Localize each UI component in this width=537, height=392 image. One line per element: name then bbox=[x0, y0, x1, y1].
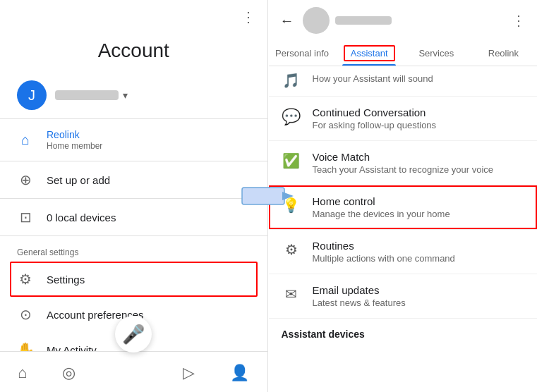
add-icon: ⊕ bbox=[17, 171, 34, 188]
conversation-icon: 💬 bbox=[282, 108, 301, 126]
right-item-email-text: Email updates Latest news & features bbox=[313, 284, 406, 308]
tab-services[interactable]: Services bbox=[403, 41, 470, 66]
voice-match-icon: ✅ bbox=[282, 152, 301, 169]
bottom-user-icon[interactable]: 👤 bbox=[230, 364, 249, 382]
setup-text: Set up or add bbox=[47, 174, 110, 186]
settings-gear-icon: ⚙ bbox=[17, 271, 34, 288]
right-content: 🎵 How your Assistant will sound 💬 Contin… bbox=[269, 66, 538, 392]
routines-icon: ⚙ bbox=[282, 241, 301, 258]
setup-nav-item[interactable]: ⊕ Set up or add bbox=[0, 161, 267, 199]
right-item-email-updates[interactable]: ✉ Email updates Latest news & features bbox=[269, 274, 538, 319]
settings-label: Settings bbox=[47, 274, 85, 286]
sound-icon: 🎵 bbox=[282, 72, 301, 89]
right-item-conversation[interactable]: 💬 Continued Conversation For asking foll… bbox=[269, 97, 538, 141]
tab-reolink[interactable]: Reolink bbox=[470, 41, 537, 66]
right-header-left: ← bbox=[280, 7, 392, 34]
right-item-conversation-text: Continued Conversation For asking follow… bbox=[313, 106, 437, 130]
bottom-play-icon[interactable]: ▷ bbox=[183, 364, 195, 382]
bottom-compass-icon[interactable]: ◎ bbox=[62, 364, 76, 382]
assistant-devices-title: Assistant devices bbox=[269, 319, 538, 344]
chevron-down-icon: ▾ bbox=[123, 90, 128, 101]
local-devices-text: 0 local devices bbox=[47, 212, 116, 223]
reolink-text: Reolink Home member bbox=[47, 129, 102, 151]
mic-icon: 🎤 bbox=[122, 324, 145, 345]
bottom-home-icon[interactable]: ⌂ bbox=[18, 364, 27, 382]
right-more-icon[interactable]: ⋮ bbox=[512, 12, 526, 29]
right-item-routines-text: Routines Multiple actions with one comma… bbox=[313, 240, 455, 264]
tabs-row: Personal info Assistant Services Reolink bbox=[269, 41, 538, 66]
tab-assistant[interactable]: Assistant bbox=[336, 41, 403, 66]
bottom-nav: ⌂ ◎ ▷ 👤 bbox=[0, 351, 267, 392]
tab-personal-info[interactable]: Personal info bbox=[269, 41, 336, 66]
user-row[interactable]: J ▾ bbox=[0, 75, 267, 119]
arrow-container bbox=[268, 0, 269, 392]
settings-item[interactable]: ⚙ Settings bbox=[0, 262, 267, 297]
right-item-home-control-text: Home control Manage the devices in your … bbox=[313, 195, 450, 219]
right-user-name bbox=[335, 16, 392, 25]
right-item-sound-text: How your Assistant will sound bbox=[313, 72, 433, 84]
left-header: ⋮ bbox=[0, 0, 267, 25]
email-icon: ✉ bbox=[282, 286, 301, 302]
local-devices-nav-item[interactable]: ⊡ 0 local devices bbox=[0, 199, 267, 236]
tab-assistant-label: Assistant bbox=[344, 45, 395, 61]
account-prefs-icon: ⊙ bbox=[17, 306, 34, 323]
left-more-icon[interactable]: ⋮ bbox=[241, 8, 256, 25]
page-title: Account bbox=[0, 25, 267, 75]
right-item-voice-match[interactable]: ✅ Voice Match Teach your Assistant to re… bbox=[269, 141, 538, 185]
svg-rect-1 bbox=[242, 188, 284, 204]
reolink-nav-item[interactable]: ⌂ Reolink Home member bbox=[0, 119, 267, 161]
home-icon: ⌂ bbox=[17, 132, 34, 148]
right-item-routines[interactable]: ⚙ Routines Multiple actions with one com… bbox=[269, 230, 538, 274]
right-panel: ← ⋮ Personal info Assistant Services Reo… bbox=[269, 0, 538, 392]
right-item-home-control[interactable]: 💡 Home control Manage the devices in you… bbox=[269, 185, 538, 230]
left-panel: ⋮ Account J ▾ ⌂ Reolink Home member ⊕ Se… bbox=[0, 0, 268, 392]
right-avatar bbox=[303, 7, 330, 34]
avatar: J bbox=[17, 80, 47, 110]
mic-fab[interactable]: 🎤 bbox=[115, 316, 152, 353]
right-item-sound[interactable]: 🎵 How your Assistant will sound bbox=[269, 66, 538, 97]
user-name-blur bbox=[55, 90, 119, 100]
arrow-svg bbox=[241, 182, 295, 210]
devices-icon: ⊡ bbox=[17, 209, 34, 226]
general-settings-title: General settings bbox=[0, 236, 267, 262]
right-header: ← ⋮ bbox=[269, 0, 538, 41]
right-item-voice-match-text: Voice Match Teach your Assistant to reco… bbox=[313, 151, 494, 175]
back-button[interactable]: ← bbox=[280, 13, 294, 29]
